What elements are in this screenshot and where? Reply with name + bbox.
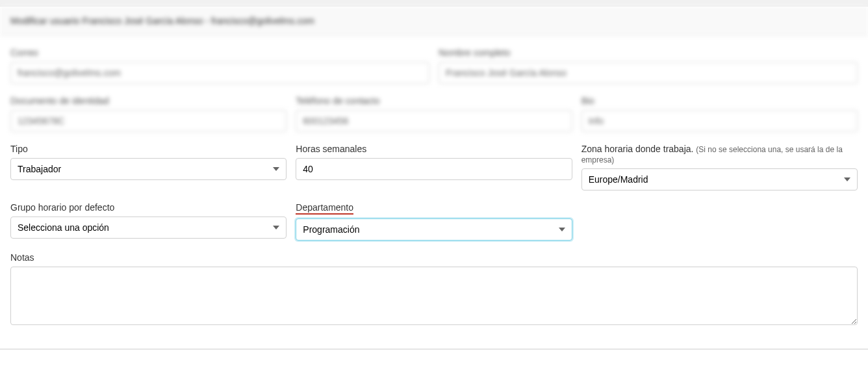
top-bar: [0, 0, 868, 7]
label-phone: Teléfono de contacto: [296, 96, 572, 106]
input-email[interactable]: [10, 62, 429, 84]
label-timezone-text: Zona horaria donde trabaja.: [581, 144, 694, 154]
label-notes: Notas: [10, 252, 858, 263]
field-bio: Bio: [581, 96, 858, 132]
label-bio: Bio: [581, 96, 858, 106]
label-timezone: Zona horaria donde trabaja. (Si no se se…: [581, 144, 858, 164]
field-identity-doc: Documento de identidad: [10, 96, 287, 132]
label-department: Departamento: [296, 202, 572, 215]
input-fullname[interactable]: [439, 62, 858, 84]
select-schedule-group[interactable]: Selecciona una opción: [10, 217, 287, 239]
select-timezone[interactable]: Europe/Madrid: [581, 168, 858, 190]
field-notes: Notas: [10, 252, 858, 325]
row-doc-phone-bio: Documento de identidad Teléfono de conta…: [10, 96, 858, 132]
row-email-name: Correo Nombre completo: [10, 47, 858, 84]
input-weekly-hours[interactable]: [296, 158, 572, 180]
row-notes: Notas: [10, 252, 858, 325]
form-container: Correo Nombre completo Documento de iden…: [0, 36, 868, 348]
field-fullname: Nombre completo: [439, 47, 858, 84]
page-title: Modificar usuario Francisco José García …: [10, 16, 314, 26]
field-type: Tipo Trabajador: [10, 144, 287, 190]
label-weekly-hours: Horas semanales: [296, 144, 572, 154]
label-department-text: Departamento: [296, 202, 353, 215]
select-type[interactable]: Trabajador: [10, 158, 287, 180]
field-email: Correo: [10, 47, 429, 84]
input-bio[interactable]: [581, 110, 858, 132]
label-identity-doc: Documento de identidad: [10, 96, 287, 106]
field-weekly-hours: Horas semanales: [296, 144, 572, 190]
field-timezone: Zona horaria donde trabaja. (Si no se se…: [581, 144, 858, 190]
bottom-border: [0, 348, 868, 350]
page-header: Modificar usuario Francisco José García …: [0, 7, 868, 36]
label-email: Correo: [10, 47, 429, 58]
input-phone[interactable]: [296, 110, 572, 132]
field-empty: [581, 202, 858, 241]
field-phone: Teléfono de contacto: [296, 96, 572, 132]
row-group-dept: Grupo horario por defecto Selecciona una…: [10, 202, 858, 241]
label-schedule-group: Grupo horario por defecto: [10, 202, 287, 213]
input-identity-doc[interactable]: [10, 110, 287, 132]
label-fullname: Nombre completo: [439, 47, 858, 58]
field-schedule-group: Grupo horario por defecto Selecciona una…: [10, 202, 287, 241]
row-type-hours-tz: Tipo Trabajador Horas semanales Zona hor…: [10, 144, 858, 190]
label-type: Tipo: [10, 144, 287, 154]
field-department: Departamento Programación: [296, 202, 572, 241]
textarea-notes[interactable]: [10, 267, 858, 325]
select-department[interactable]: Programación: [296, 218, 572, 241]
